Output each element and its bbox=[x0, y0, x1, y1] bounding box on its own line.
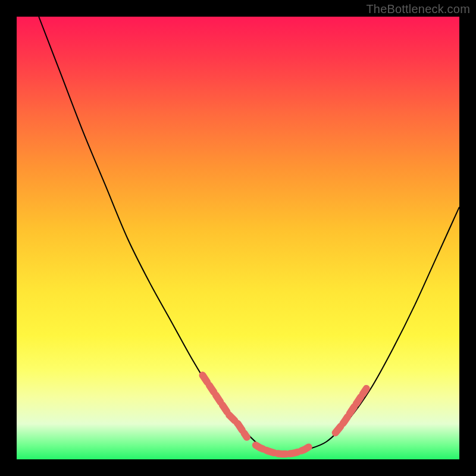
marker-group bbox=[203, 375, 367, 455]
chart-plot-area bbox=[17, 17, 459, 459]
curve-group bbox=[39, 17, 459, 456]
bottleneck-curve-path bbox=[39, 17, 459, 456]
watermark-text: TheBottleneck.com bbox=[366, 2, 470, 16]
marker-cluster bbox=[256, 445, 309, 454]
bottleneck-curve-svg bbox=[17, 17, 459, 459]
marker-cluster bbox=[203, 375, 247, 437]
marker-cluster bbox=[336, 389, 367, 433]
